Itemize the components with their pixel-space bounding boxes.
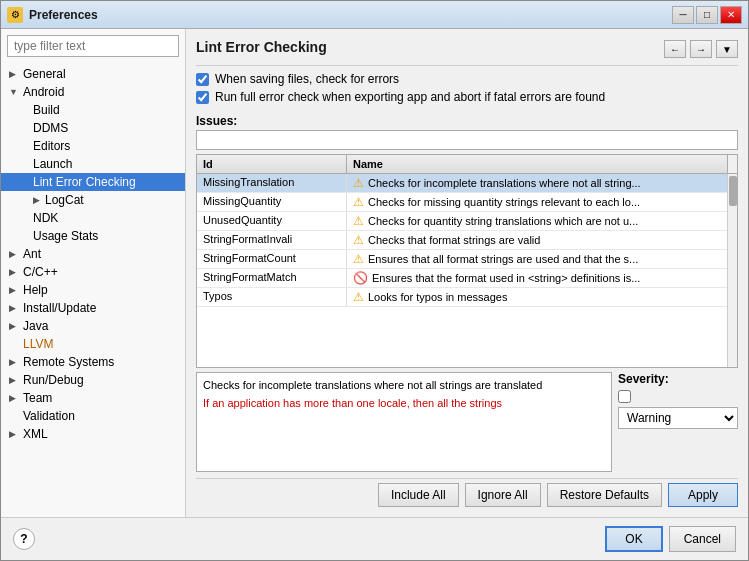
sidebar-item-llvm[interactable]: ▶ LLVM — [1, 335, 185, 353]
sidebar-item-team[interactable]: ▶ Team — [1, 389, 185, 407]
checkbox-save[interactable] — [196, 73, 209, 86]
expand-arrow-logcat: ▶ — [33, 195, 43, 205]
table-row[interactable]: StringFormatMatch🚫Ensures that the forma… — [197, 269, 727, 288]
description-box: Checks for incomplete translations where… — [196, 372, 612, 472]
issues-filter-input[interactable]: messages — [196, 130, 738, 150]
warning-icon: ⚠ — [353, 214, 364, 228]
sidebar-item-label-team: Team — [23, 391, 52, 405]
expand-arrow-general: ▶ — [9, 69, 19, 79]
table-row[interactable]: UnusedQuantity⚠Checks for quantity strin… — [197, 212, 727, 231]
checkbox-row-1: When saving files, check for errors — [196, 72, 738, 86]
sidebar: ▶ General ▼ Android Build DDMS Editors — [1, 29, 186, 517]
cell-id: MissingQuantity — [197, 193, 347, 211]
table-row[interactable]: Typos⚠Looks for typos in messages — [197, 288, 727, 307]
dialog-footer: ? OK Cancel — [1, 517, 748, 560]
close-button[interactable]: ✕ — [720, 6, 742, 24]
cell-name-text: Checks for missing quantity strings rele… — [368, 196, 640, 208]
preferences-dialog: ⚙ Preferences ─ □ ✕ ▶ General ▼ Android — [0, 0, 749, 561]
sidebar-item-help[interactable]: ▶ Help — [1, 281, 185, 299]
cell-name-text: Checks for incomplete translations where… — [368, 177, 641, 189]
minimize-button[interactable]: ─ — [672, 6, 694, 24]
sidebar-item-android[interactable]: ▼ Android — [1, 83, 185, 101]
ignore-all-button[interactable]: Ignore All — [465, 483, 541, 507]
tree: ▶ General ▼ Android Build DDMS Editors — [1, 63, 185, 517]
sidebar-label-logcat: LogCat — [45, 193, 84, 207]
sidebar-item-label-remote: Remote Systems — [23, 355, 114, 369]
apply-button[interactable]: Apply — [668, 483, 738, 507]
ok-button[interactable]: OK — [605, 526, 662, 552]
column-name: Name — [347, 155, 727, 173]
warning-icon: ⚠ — [353, 252, 364, 266]
sidebar-item-editors[interactable]: Editors — [1, 137, 185, 155]
window-controls: ─ □ ✕ — [672, 6, 742, 24]
sidebar-item-label-rundebug: Run/Debug — [23, 373, 84, 387]
checkbox-row-2: Run full error check when exporting app … — [196, 90, 738, 104]
sidebar-item-general[interactable]: ▶ General — [1, 65, 185, 83]
table-scrollbar[interactable] — [727, 174, 737, 367]
expand-arrow-ant: ▶ — [9, 249, 19, 259]
include-all-button[interactable]: Include All — [378, 483, 459, 507]
section-title: Lint Error Checking — [196, 39, 327, 59]
cell-name-text: Ensures that the format used in <string>… — [372, 272, 640, 284]
sidebar-item-validation[interactable]: ▶ Validation — [1, 407, 185, 425]
cell-id: MissingTranslation — [197, 174, 347, 192]
sidebar-item-java[interactable]: ▶ Java — [1, 317, 185, 335]
filter-input[interactable] — [7, 35, 179, 57]
cell-name: ⚠Looks for typos in messages — [347, 288, 727, 306]
sidebar-item-install[interactable]: ▶ Install/Update — [1, 299, 185, 317]
sidebar-item-rundebug[interactable]: ▶ Run/Debug — [1, 371, 185, 389]
toolbar: ← → ▼ — [664, 40, 738, 58]
sidebar-item-remote[interactable]: ▶ Remote Systems — [1, 353, 185, 371]
sidebar-item-ant[interactable]: ▶ Ant — [1, 245, 185, 263]
cell-id: UnusedQuantity — [197, 212, 347, 230]
restore-defaults-button[interactable]: Restore Defaults — [547, 483, 662, 507]
table-row[interactable]: StringFormatInvali⚠Checks that format st… — [197, 231, 727, 250]
checkbox-export-label: Run full error check when exporting app … — [215, 90, 605, 104]
error-icon: 🚫 — [353, 271, 368, 285]
sidebar-item-label-ant: Ant — [23, 247, 41, 261]
cell-id: StringFormatMatch — [197, 269, 347, 287]
expand-arrow-remote: ▶ — [9, 357, 19, 367]
sidebar-item-label-validation: Validation — [23, 409, 75, 423]
cell-id: StringFormatCount — [197, 250, 347, 268]
warning-icon: ⚠ — [353, 176, 364, 190]
table-row[interactable]: MissingQuantity⚠Checks for missing quant… — [197, 193, 727, 212]
table-row[interactable]: MissingTranslation⚠Checks for incomplete… — [197, 174, 727, 193]
sidebar-item-label-install: Install/Update — [23, 301, 96, 315]
cell-name-text: Checks that format strings are valid — [368, 234, 540, 246]
action-buttons: Include All Ignore All Restore Defaults … — [196, 478, 738, 507]
sidebar-item-ddms[interactable]: DDMS — [1, 119, 185, 137]
scroll-header-spacer — [727, 155, 737, 173]
sidebar-label-build: Build — [33, 103, 60, 117]
cell-id: Typos — [197, 288, 347, 306]
sidebar-item-label-general: General — [23, 67, 66, 81]
warning-icon: ⚠ — [353, 195, 364, 209]
issues-table: Id Name MissingTranslation⚠Checks for in… — [196, 154, 738, 368]
cancel-button[interactable]: Cancel — [669, 526, 736, 552]
severity-checkbox-row — [618, 390, 738, 403]
maximize-button[interactable]: □ — [696, 6, 718, 24]
forward-button[interactable]: → — [690, 40, 712, 58]
expand-arrow-install: ▶ — [9, 303, 19, 313]
checkbox-export[interactable] — [196, 91, 209, 104]
severity-enable-checkbox[interactable] — [618, 390, 631, 403]
sidebar-item-build[interactable]: Build — [1, 101, 185, 119]
sidebar-label-lint: Lint Error Checking — [33, 175, 136, 189]
severity-select[interactable]: Warning Error Info Fatal Ignore — [618, 407, 738, 429]
sidebar-item-launch[interactable]: Launch — [1, 155, 185, 173]
dropdown-button[interactable]: ▼ — [716, 40, 738, 58]
back-button[interactable]: ← — [664, 40, 686, 58]
help-button[interactable]: ? — [13, 528, 35, 550]
sidebar-item-lint[interactable]: Lint Error Checking — [1, 173, 185, 191]
cell-name-text: Ensures that all format strings are used… — [368, 253, 638, 265]
table-row[interactable]: StringFormatCount⚠Ensures that all forma… — [197, 250, 727, 269]
sidebar-item-ndk[interactable]: NDK — [1, 209, 185, 227]
sidebar-item-usage[interactable]: Usage Stats — [1, 227, 185, 245]
sidebar-label-usage: Usage Stats — [33, 229, 98, 243]
dialog-title: Preferences — [29, 8, 672, 22]
expand-arrow-team: ▶ — [9, 393, 19, 403]
sidebar-item-cpp[interactable]: ▶ C/C++ — [1, 263, 185, 281]
table-body: MissingTranslation⚠Checks for incomplete… — [197, 174, 727, 367]
sidebar-item-logcat[interactable]: ▶ LogCat — [1, 191, 185, 209]
sidebar-item-xml[interactable]: ▶ XML — [1, 425, 185, 443]
